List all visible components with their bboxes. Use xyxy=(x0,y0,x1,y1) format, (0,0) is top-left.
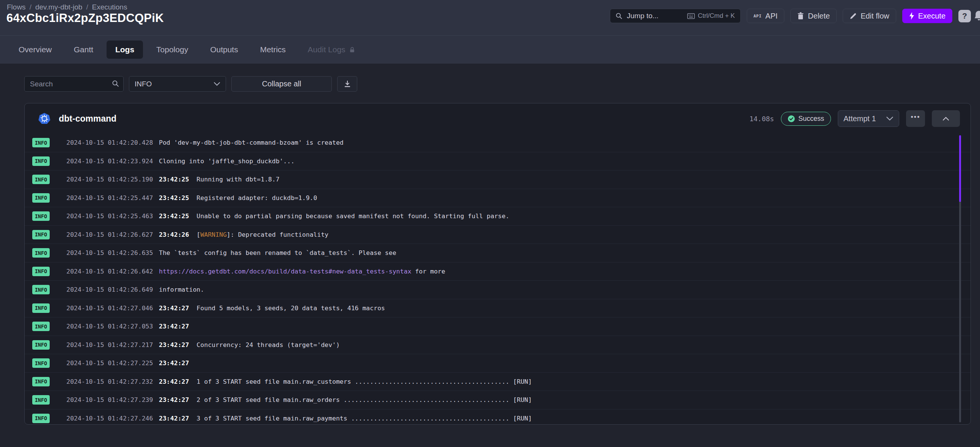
log-message-segment: 23:42:25 xyxy=(159,212,189,220)
task-more-button[interactable]: ••• xyxy=(906,110,925,127)
delete-button[interactable]: Delete xyxy=(791,9,837,23)
header-actions: Jump to... Ctrl/Cmd + K API API Delete E… xyxy=(610,9,971,23)
jump-to-search[interactable]: Jump to... Ctrl/Cmd + K xyxy=(610,9,741,23)
log-row: INFO2024-10-15 01:42:27.05323:42:27 xyxy=(25,317,970,336)
log-level-badge: INFO xyxy=(32,174,50,184)
log-message: 23:42:27 2 of 3 START seed file main.raw… xyxy=(159,396,532,403)
task-duration: 14.08s xyxy=(749,115,774,123)
breadcrumb-flows[interactable]: Flows xyxy=(7,3,26,11)
log-timestamp: 2024-10-15 01:42:25.447 xyxy=(66,194,154,201)
log-row: INFO2024-10-15 01:42:26.642https://docs.… xyxy=(25,263,970,281)
log-message: 23:42:26 [WARNING]: Deprecated functiona… xyxy=(159,231,328,238)
breadcrumb-executions[interactable]: Executions xyxy=(92,3,127,11)
log-message-segment: Unable to do partial parsing because sav… xyxy=(189,212,509,220)
log-message-segment: 23:42:27 xyxy=(159,360,189,367)
page-header: Flows / dev.my-dbt-job / Executions 64xC… xyxy=(0,0,980,35)
log-message-segment: information. xyxy=(159,286,204,293)
log-row: INFO2024-10-15 01:42:25.19023:42:25 Runn… xyxy=(25,170,970,189)
execute-button[interactable]: Execute xyxy=(902,9,952,23)
log-message: 23:42:27 Concurrency: 24 threads (target… xyxy=(159,341,340,349)
log-row: INFO2024-10-15 01:42:27.23223:42:27 1 of… xyxy=(25,373,970,391)
search-input[interactable] xyxy=(24,76,124,92)
status-badge: Success xyxy=(781,112,831,126)
chevron-down-icon xyxy=(886,116,894,121)
log-message-segment: 1 of 3 START seed file main.raw_customer… xyxy=(189,378,532,385)
log-level-badge: INFO xyxy=(32,395,50,404)
log-timestamp: 2024-10-15 01:42:27.053 xyxy=(66,323,154,330)
log-message-segment: Cloning into 'jaffle_shop_duckdb'... xyxy=(159,158,295,165)
log-timestamp: 2024-10-15 01:42:23.924 xyxy=(66,158,154,165)
log-message-segment: Pod 'dev-my-dbt-job-dbt-command-bzoam' i… xyxy=(159,139,344,146)
breadcrumb-separator: / xyxy=(86,3,88,11)
log-message-segment: 23:42:27 xyxy=(159,304,189,312)
log-message-segment: 23:42:27 xyxy=(159,378,189,385)
log-level-select[interactable]: INFO xyxy=(129,76,226,92)
log-row: INFO2024-10-15 01:42:26.649information. xyxy=(25,281,970,299)
log-message-segment: Found 5 models, 3 seeds, 20 data tests, … xyxy=(189,304,385,312)
breadcrumb-flow-id[interactable]: dev.my-dbt-job xyxy=(35,3,82,11)
tab-label: Metrics xyxy=(260,45,286,54)
log-level-badge: INFO xyxy=(32,267,50,276)
log-level-badge: INFO xyxy=(32,285,50,294)
keyboard-icon xyxy=(687,13,695,19)
log-level-badge: INFO xyxy=(32,211,50,221)
tab-label: Topology xyxy=(156,45,188,54)
pencil-icon xyxy=(850,13,857,20)
log-message-segment: ]: Deprecated functionality xyxy=(227,231,328,238)
log-message-segment: for more xyxy=(412,268,445,275)
log-message-segment: 23:42:27 xyxy=(159,323,189,330)
tab-gantt[interactable]: Gantt xyxy=(65,41,102,59)
log-message: Pod 'dev-my-dbt-job-dbt-command-bzoam' i… xyxy=(159,139,344,146)
log-level-badge: INFO xyxy=(32,193,50,203)
log-row: INFO2024-10-15 01:42:20.428Pod 'dev-my-d… xyxy=(25,134,970,152)
log-link[interactable]: https://docs.getdbt.com/docs/build/data-… xyxy=(159,268,412,275)
api-button[interactable]: API API xyxy=(747,9,785,23)
edit-flow-button[interactable]: Edit flow xyxy=(843,9,896,23)
log-row: INFO2024-10-15 01:42:25.46323:42:25 Unab… xyxy=(25,207,970,226)
log-message: 23:42:27 1 of 3 START seed file main.raw… xyxy=(159,378,532,385)
log-message: information. xyxy=(159,286,204,293)
tab-label: Audit Logs xyxy=(307,45,345,54)
notification-bell-icon[interactable] xyxy=(973,10,980,22)
log-level-badge: INFO xyxy=(32,157,50,166)
log-level-badge: INFO xyxy=(32,414,50,423)
log-message: 23:42:27 xyxy=(159,323,189,330)
log-message-segment: 23:42:27 xyxy=(159,341,189,349)
log-message-segment: 23:42:25 xyxy=(159,194,189,201)
log-message-segment: 23:42:25 xyxy=(159,176,189,183)
log-message-segment: The `tests` config has been renamed to `… xyxy=(159,249,396,257)
help-button[interactable]: ? xyxy=(958,10,971,22)
task-collapse-button[interactable] xyxy=(932,110,960,127)
log-filter-row: INFO Collapse all xyxy=(24,76,980,92)
log-timestamp: 2024-10-15 01:42:27.225 xyxy=(66,360,154,367)
tab-overview[interactable]: Overview xyxy=(10,41,61,59)
tab-logs[interactable]: Logs xyxy=(107,41,143,59)
app-root: Flows / dev.my-dbt-job / Executions 64xC… xyxy=(0,0,980,447)
log-message: 23:42:25 Registered adapter: duckdb=1.9.… xyxy=(159,194,317,201)
execution-id-title: 64xCbc1iRx2pZp3EDCQPiK xyxy=(6,11,164,25)
log-row: INFO2024-10-15 01:42:26.62723:42:26 [WAR… xyxy=(25,226,970,244)
download-logs-button[interactable] xyxy=(337,76,357,92)
log-row: INFO2024-10-15 01:42:27.22523:42:27 xyxy=(25,354,970,373)
log-row: INFO2024-10-15 01:42:25.44723:42:25 Regi… xyxy=(25,189,970,208)
tab-metrics[interactable]: Metrics xyxy=(251,41,295,59)
collapse-all-button[interactable]: Collapse all xyxy=(231,76,332,92)
log-timestamp: 2024-10-15 01:42:27.246 xyxy=(66,415,154,422)
tab-outputs[interactable]: Outputs xyxy=(201,41,247,59)
log-scrollbar-thumb[interactable] xyxy=(959,135,961,202)
log-message-segment: [ xyxy=(189,231,200,238)
log-row: INFO2024-10-15 01:42:27.24623:42:27 3 of… xyxy=(25,409,970,425)
tab-topology[interactable]: Topology xyxy=(148,41,197,59)
chevron-down-icon xyxy=(213,82,220,86)
log-message: https://docs.getdbt.com/docs/build/data-… xyxy=(159,268,445,275)
api-icon: API xyxy=(754,14,762,19)
log-message: 23:42:27 3 of 3 START seed file main.raw… xyxy=(159,415,532,422)
log-level-badge: INFO xyxy=(32,322,50,331)
search-field-wrap xyxy=(24,76,124,92)
jump-to-placeholder: Jump to... xyxy=(627,12,659,20)
task-header-controls: 14.08s Success Attempt 1 ••• xyxy=(749,110,960,127)
task-name: dbt-command xyxy=(59,114,116,124)
attempt-select[interactable]: Attempt 1 xyxy=(838,110,899,127)
log-timestamp: 2024-10-15 01:42:27.217 xyxy=(66,341,154,349)
log-timestamp: 2024-10-15 01:42:26.635 xyxy=(66,249,154,257)
